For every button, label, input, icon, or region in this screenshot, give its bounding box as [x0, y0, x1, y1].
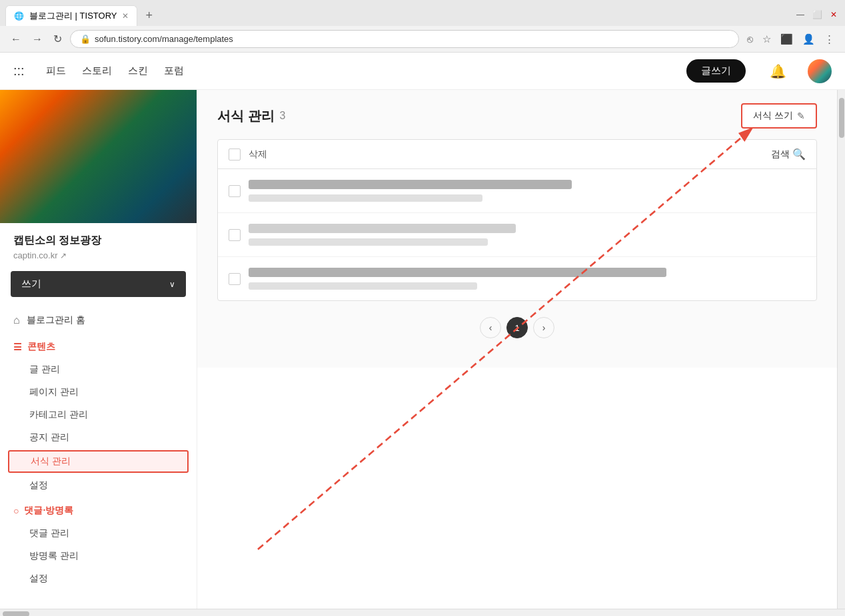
row-1-checkbox[interactable]	[229, 185, 241, 197]
profile-icon[interactable]: 👤	[800, 31, 818, 48]
row-1-title	[249, 180, 572, 189]
blog-name: 캡틴소의 정보광장	[13, 234, 183, 248]
sidebar-item-templates[interactable]: 서식 관리	[8, 450, 189, 473]
minimize-button[interactable]: —	[794, 7, 807, 22]
contents-icon: ☰	[13, 342, 22, 352]
search-button[interactable]: 검색 🔍	[771, 148, 806, 160]
row-3-title	[249, 268, 666, 277]
table-row	[218, 257, 816, 300]
nav-story[interactable]: 스토리	[82, 65, 112, 77]
notification-button[interactable]: 🔔	[770, 63, 786, 79]
select-all-checkbox[interactable]	[229, 149, 241, 160]
row-2-content	[249, 224, 806, 246]
menu-icon[interactable]: ⋮	[822, 31, 837, 48]
row-3-content	[249, 268, 806, 290]
top-nav: ::: 피드 스토리 스킨 포럼 글쓰기 🔔	[0, 53, 845, 90]
sidebar-item-notices[interactable]: 공지 관리	[0, 426, 197, 449]
nav-links: 피드 스토리 스킨 포럼	[46, 65, 670, 77]
next-page-button[interactable]: ›	[533, 317, 554, 338]
external-link-icon[interactable]: ↗	[60, 251, 67, 260]
horizontal-scrollbar[interactable]	[0, 609, 845, 616]
sidebar-item-posts[interactable]: 글 관리	[0, 358, 197, 381]
row-1-content	[249, 180, 806, 202]
blog-thumbnail	[0, 90, 197, 223]
restore-button[interactable]: ⬜	[810, 7, 825, 22]
row-3-subtitle	[249, 282, 477, 290]
sidebar-item-home[interactable]: ⌂ 블로그관리 홈	[0, 308, 197, 333]
tablet-view-icon[interactable]: ⬛	[778, 31, 796, 48]
lock-icon: 🔒	[80, 34, 91, 44]
scrollbar[interactable]	[837, 90, 845, 609]
sidebar-navigation: ⌂ 블로그관리 홈 ☰ 콘텐츠 글 관리 페이지 관리 카테고리 관리 공지 관…	[0, 302, 197, 598]
tab-title: 블로그관리 | TISTORY	[29, 10, 117, 22]
comments-icon: ○	[13, 505, 19, 516]
share-icon[interactable]: ⎋	[744, 31, 756, 47]
pagination: ‹ 1 ›	[217, 301, 817, 354]
blog-url: captin.co.kr ↗	[13, 250, 183, 260]
content-count: 3	[280, 110, 286, 122]
content-area: 서식 관리 3 서식 쓰기 ✎ 삭제	[197, 90, 837, 368]
page-1-button[interactable]: 1	[506, 317, 528, 338]
templates-table: 삭제 검색 🔍	[217, 139, 817, 301]
row-2-subtitle	[249, 238, 488, 246]
row-3-checkbox[interactable]	[229, 273, 241, 285]
write-expand-button[interactable]: 쓰기 ∨	[11, 271, 186, 297]
page-title: 서식 관리 3	[217, 107, 285, 125]
tab-favicon: 🌐	[14, 11, 24, 21]
nav-feed[interactable]: 피드	[46, 65, 66, 77]
sidebar-item-pages[interactable]: 페이지 관리	[0, 381, 197, 404]
logo-icon[interactable]: :::	[13, 63, 25, 79]
action-buttons: 서식 쓰기 ✎	[741, 103, 817, 129]
blog-info: 캡틴소의 정보광장 captin.co.kr ↗	[0, 223, 197, 266]
write-section: 쓰기 ∨	[11, 271, 186, 297]
user-avatar[interactable]	[808, 59, 832, 83]
back-button[interactable]: ←	[8, 31, 24, 48]
nav-skin[interactable]: 스킨	[128, 65, 148, 77]
sidebar-item-categories[interactable]: 카테고리 관리	[0, 404, 197, 426]
sidebar-section-contents: ☰ 콘텐츠 글 관리 페이지 관리 카테고리 관리 공지 관리 서식 관리 설정	[0, 336, 197, 497]
tab-close-button[interactable]: ✕	[122, 11, 129, 21]
home-icon: ⌂	[13, 314, 20, 326]
sidebar-item-guestbook[interactable]: 방명록 관리	[0, 545, 197, 567]
sidebar-item-comments[interactable]: 댓글 관리	[0, 522, 197, 545]
reload-button[interactable]: ↻	[51, 30, 65, 48]
write-formula-button[interactable]: 서식 쓰기 ✎	[741, 103, 817, 129]
new-tab-button[interactable]: +	[140, 6, 158, 25]
sidebar: 캡틴소의 정보광장 captin.co.kr ↗ 쓰기 ∨ ⌂ 블로그관리 홈	[0, 90, 197, 609]
delete-label: 삭제	[249, 149, 267, 160]
row-2-title	[249, 224, 516, 233]
sidebar-section-contents-title[interactable]: ☰ 콘텐츠	[0, 336, 197, 358]
sidebar-item-comment-settings[interactable]: 설정	[0, 567, 197, 590]
nav-forum[interactable]: 포럼	[164, 65, 184, 77]
search-icon: 🔍	[792, 148, 806, 160]
table-row	[218, 213, 816, 257]
address-bar: ← → ↻ 🔒 sofun.tistory.com/manage/templat…	[0, 26, 845, 52]
main-content: 캡틴소의 정보광장 captin.co.kr ↗ 쓰기 ∨ ⌂ 블로그관리 홈	[0, 90, 845, 609]
url-input[interactable]: 🔒 sofun.tistory.com/manage/templates	[70, 30, 739, 48]
active-tab[interactable]: 🌐 블로그관리 | TISTORY ✕	[5, 5, 137, 26]
page: ::: 피드 스토리 스킨 포럼 글쓰기 🔔 캡틴소의 정보광장 captin.…	[0, 53, 845, 609]
prev-page-button[interactable]: ‹	[480, 317, 501, 338]
table-row	[218, 169, 816, 213]
bookmark-icon[interactable]: ☆	[760, 31, 774, 48]
row-2-checkbox[interactable]	[229, 229, 241, 241]
write-button[interactable]: 글쓰기	[686, 59, 746, 83]
chevron-down-icon: ∨	[169, 280, 175, 289]
close-button[interactable]: ✕	[828, 7, 840, 22]
sidebar-item-content-settings[interactable]: 설정	[0, 474, 197, 497]
table-header: 삭제 검색 🔍	[218, 140, 816, 169]
forward-button[interactable]: →	[29, 31, 45, 48]
edit-icon: ✎	[797, 111, 805, 121]
sidebar-section-comments: ○ 댓글·방명록 댓글 관리 방명록 관리 설정	[0, 499, 197, 590]
row-1-subtitle	[249, 194, 482, 202]
sidebar-section-comments-title[interactable]: ○ 댓글·방명록	[0, 499, 197, 522]
content-header: 서식 관리 3 서식 쓰기 ✎	[217, 103, 817, 129]
